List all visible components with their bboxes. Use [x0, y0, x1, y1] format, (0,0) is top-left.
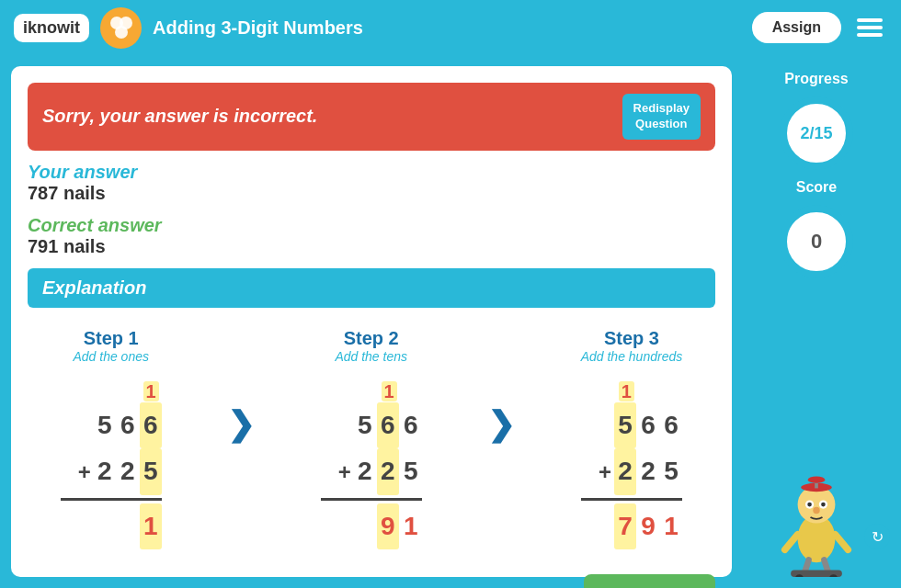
score-label: Score [796, 179, 837, 196]
logo-circles-icon [108, 14, 135, 41]
step3-row2: + 2 2 5 [581, 448, 682, 494]
step1-divider [61, 498, 162, 501]
progress-label: Progress [784, 71, 848, 87]
your-answer-section: Your answer 787 nails [28, 162, 715, 204]
step-3-title: Step 3 [604, 328, 659, 349]
main-layout: Sorry, your answer is incorrect. Redispl… [0, 55, 901, 588]
step1-row2: + 2 2 5 [61, 448, 162, 494]
correct-answer-section: Correct answer 791 nails [28, 215, 715, 257]
step-2-math: 1 5 6 6 + 2 2 5 9 [321, 375, 422, 549]
correct-answer-label: Correct answer [28, 215, 715, 236]
content-area: Sorry, your answer is incorrect. Redispl… [11, 66, 732, 577]
refresh-button[interactable]: ↻ [864, 524, 890, 549]
error-banner: Sorry, your answer is incorrect. Redispl… [28, 83, 715, 151]
logo-text: iknowit [23, 18, 80, 37]
hamburger-line-2 [857, 26, 883, 29]
arrow-1: ❯ [227, 405, 255, 444]
step1-carry: 1 [61, 375, 162, 402]
logo-icon [100, 7, 142, 49]
hamburger-line-1 [857, 18, 883, 22]
step3-divider [581, 498, 682, 501]
step-2: Step 2 Add the tens 1 5 6 6 + 2 2 [321, 328, 422, 549]
header: iknowit Adding 3-Digit Numbers Assign [0, 0, 901, 55]
assign-button[interactable]: Assign [752, 12, 841, 43]
your-answer-value: 787 nails [28, 183, 715, 204]
step-3-math: 1 5 6 6 + 2 2 5 7 [581, 375, 682, 549]
svg-line-14 [835, 535, 848, 550]
step3-carry: 1 [581, 375, 682, 402]
step-1-math: 1 5 6 6 + 2 2 5 [61, 375, 162, 549]
step1-row1: 5 6 6 [61, 402, 162, 448]
next-button-row: Next [28, 570, 715, 588]
menu-button[interactable] [852, 14, 887, 41]
score-ring: 0 [780, 205, 853, 278]
step-2-title: Step 2 [344, 328, 399, 349]
explanation-label: Explanation [42, 277, 146, 298]
svg-point-7 [808, 476, 826, 482]
step2-divider [321, 498, 422, 501]
svg-point-11 [821, 503, 826, 507]
error-message: Sorry, your answer is incorrect. [42, 106, 317, 127]
score-value: 0 [811, 230, 822, 254]
step2-row1: 5 6 6 [321, 402, 422, 448]
svg-point-9 [807, 503, 812, 507]
svg-line-13 [785, 535, 798, 550]
logo: iknowit [14, 14, 89, 42]
next-button[interactable]: Next [584, 574, 715, 588]
svg-point-12 [813, 507, 819, 514]
steps-area: Step 1 Add the ones 1 5 6 6 [28, 319, 715, 559]
step3-result: 7 9 1 [581, 503, 682, 549]
step3-row1: 5 6 6 [581, 402, 682, 448]
step-2-subtitle: Add the tens [335, 349, 407, 364]
step2-row2: + 2 2 5 [321, 448, 422, 494]
step-3-subtitle: Add the hundreds [581, 349, 683, 364]
sidebar: Progress 2/15 Score 0 [743, 66, 890, 577]
redisplay-button[interactable]: RedisplayQuestion [622, 94, 701, 140]
your-answer-label: Your answer [28, 162, 715, 183]
step-1-title: Step 1 [84, 328, 139, 349]
step2-result: 9 1 [321, 503, 422, 549]
step-1-subtitle: Add the ones [73, 349, 149, 364]
page-title: Adding 3-Digit Numbers [153, 17, 741, 39]
step2-carry: 1 [321, 375, 422, 402]
hamburger-line-3 [857, 33, 883, 37]
progress-value: 2/15 [800, 124, 832, 143]
character-area: ↻ [743, 288, 890, 577]
step1-result: 1 [61, 503, 162, 549]
step-3: Step 3 Add the hundreds 1 5 6 6 + 2 2 [581, 328, 683, 549]
svg-point-2 [115, 26, 128, 39]
correct-answer-value: 791 nails [28, 236, 715, 257]
progress-ring: 2/15 [780, 96, 853, 170]
character-icon [766, 458, 867, 577]
explanation-header: Explanation [28, 268, 715, 308]
step-1: Step 1 Add the ones 1 5 6 6 [61, 328, 162, 549]
arrow-2: ❯ [487, 405, 515, 444]
